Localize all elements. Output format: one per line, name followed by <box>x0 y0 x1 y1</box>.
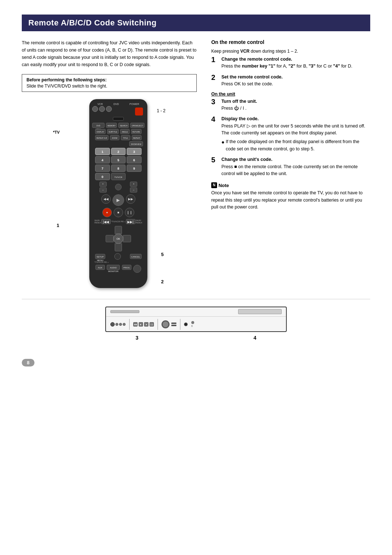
step-2: 2 Set the remote control code. Press OK … <box>211 74 370 88</box>
unit-rewind-btn[interactable]: ◀◀ <box>133 322 138 327</box>
unit-circle-btn-3[interactable] <box>119 323 122 326</box>
unit-label-3: 3 <box>136 335 139 341</box>
rewind-btn[interactable]: ◀◀ <box>101 194 111 204</box>
note-icon: N <box>211 182 217 188</box>
nav-left-btn[interactable] <box>106 235 114 242</box>
page-number-area: 8 <box>22 352 370 366</box>
unit-play-btn[interactable]: ▶ <box>139 322 143 327</box>
func-row-1: DVD MENU MEMORY SEARCH OPEN/EJECT <box>92 123 144 128</box>
tv-label: *TV <box>53 130 60 134</box>
unit-circle-btn-4[interactable] <box>123 323 126 326</box>
unit-label-4: 4 <box>254 335 257 341</box>
num-btn-9[interactable]: 9 <box>127 165 142 172</box>
left-column: The remote control is capable of control… <box>22 39 197 288</box>
display-btn[interactable]: DISPLAY <box>95 129 106 134</box>
tv-vcr-btn[interactable]: TV/VCR <box>111 173 126 180</box>
note-text: Once you have set the remote control to … <box>211 190 370 211</box>
step-3-title: Turn off the unit. <box>221 99 257 104</box>
tv-vcr-pr-label-2: *TV/VCR PR + <box>94 261 109 263</box>
num-btn-2[interactable]: 2 <box>111 148 126 155</box>
play-btn[interactable]: ▶ <box>113 194 124 206</box>
open-btn[interactable]: OPEN/EJECT <box>130 123 144 128</box>
return-btn[interactable]: RETURN <box>131 129 142 134</box>
num-btn-4[interactable]: 4 <box>95 156 110 163</box>
num-btn-7[interactable]: 7 <box>95 165 110 172</box>
step-2-content: Set the remote control code. Press OK to… <box>221 74 370 88</box>
num-btn-5[interactable]: 5 <box>111 156 126 163</box>
step-2-number: 2 <box>211 74 220 81</box>
setup-menu-btn[interactable]: SETUPMENU <box>95 254 105 259</box>
separator-1 <box>129 319 130 330</box>
mode-btn-vcr[interactable] <box>92 106 98 112</box>
tv-toggle-btn[interactable] <box>115 184 122 190</box>
bullet-dot-4: ● <box>221 138 226 146</box>
step-5: 5 Change the unit's code. Press ■ on the… <box>211 156 370 177</box>
skip-back-btn[interactable]: |◀◀ <box>101 219 111 224</box>
misc-round-btn[interactable] <box>114 253 121 260</box>
pause-btn[interactable]: ❙❙ <box>125 208 134 217</box>
num-btn-1[interactable]: 1 <box>95 148 110 155</box>
vol-down-btn[interactable]: – <box>99 187 107 193</box>
step-3-text: Press ⏻ / I . <box>221 106 246 111</box>
step-4-text: Press PLAY ▷ on the unit for over 5 seco… <box>221 123 365 135</box>
subtitle-btn[interactable]: SUBTITLE <box>107 129 119 134</box>
remote-illustration: VCR DVD POWER <box>71 99 166 288</box>
zoom-btn[interactable]: ZOOM <box>110 135 119 140</box>
prog-btn[interactable]: PROG <box>122 265 131 270</box>
extra-btn-1[interactable] <box>191 321 194 324</box>
extra-btns: 6 <box>191 321 194 327</box>
remote-top-section <box>92 106 144 116</box>
unit-body: ◀◀ ▶ ■ ❙❙ 6 <box>105 307 287 332</box>
audio-monitor-btn[interactable]: AUDIOMONITOR <box>107 265 120 270</box>
ir-sensor <box>184 323 188 326</box>
step-1-content: Change the remote control code. Press th… <box>221 56 370 70</box>
angle-btn[interactable]: ANGLE <box>120 129 130 134</box>
nav-right-btn[interactable] <box>123 235 131 242</box>
note-box: N Note Once you have set the remote cont… <box>211 182 370 211</box>
ch-up-btn[interactable]: + <box>130 182 137 187</box>
num-btn-0[interactable]: 0 <box>95 173 110 180</box>
cancel-btn[interactable]: CANCEL <box>130 254 142 259</box>
unit-stop-btn[interactable]: ■ <box>144 322 148 327</box>
page-title: Remote A/B/C/D Code Switching <box>22 15 370 31</box>
unit-pause-btn[interactable]: ❙❙ <box>150 322 154 327</box>
title-btn[interactable]: TITLE <box>121 135 130 140</box>
vol-up-btn[interactable]: + <box>99 182 107 187</box>
unit-circle-btn-2[interactable] <box>115 323 118 326</box>
memory-btn[interactable]: MEMORY <box>106 123 117 128</box>
repeat-ab-btn[interactable]: REPEAT A-B <box>95 135 109 140</box>
main-layout: The remote control is capable of control… <box>22 39 370 288</box>
skip-fwd-btn[interactable]: ▶▶| <box>126 219 135 224</box>
nav-up-btn[interactable] <box>115 226 122 234</box>
intro-text: The remote control is capable of control… <box>22 39 197 68</box>
step-4-number: 4 <box>211 116 220 123</box>
bottom-section: ◀◀ ▶ ■ ❙❙ 6 <box>22 299 370 341</box>
record-btn[interactable]: ● <box>102 208 112 217</box>
nav-down-btn[interactable] <box>115 243 122 251</box>
repeat-btn[interactable]: REPEAT <box>132 135 142 140</box>
num-btn-8[interactable]: 8 <box>111 165 126 172</box>
ch-down-btn[interactable]: – <box>130 187 137 193</box>
stop-btn[interactable]: ■ <box>114 208 123 217</box>
showview-btn[interactable]: SHOWVIEW <box>129 141 143 146</box>
search-btn[interactable]: SEARCH <box>118 123 129 128</box>
disc-btn[interactable] <box>162 320 170 328</box>
step-3-number: 3 <box>211 98 220 105</box>
fast-forward-btn[interactable]: ▶▶ <box>126 194 135 204</box>
keep-pressing-text: Keep pressing VCR down during steps 1 – … <box>211 49 370 54</box>
aux-btn[interactable]: AUX <box>95 265 105 270</box>
num-btn-6[interactable]: 6 <box>127 156 142 163</box>
power-button[interactable] <box>135 108 143 116</box>
unit-circle-btn-1[interactable] <box>110 322 115 327</box>
random-btn[interactable] <box>133 265 141 273</box>
num-btn-3[interactable]: 3 <box>127 148 142 155</box>
step-5-title: Change the unit's code. <box>221 157 273 162</box>
mode-btn-dvd[interactable] <box>99 106 105 112</box>
transport-btns: ◀◀ ▶ ■ ❙❙ <box>133 322 154 327</box>
step-5-content: Change the unit's code. Press ■ on the r… <box>221 156 370 177</box>
dvdmenu-btn[interactable]: DVD MENU <box>92 123 105 128</box>
label-1-2: 1 - 2 <box>157 108 166 113</box>
mode-btn-3[interactable] <box>106 106 112 112</box>
skip-index-right-label: SKIP/INDEX <box>136 219 142 224</box>
ok-btn[interactable]: OK <box>113 234 123 244</box>
